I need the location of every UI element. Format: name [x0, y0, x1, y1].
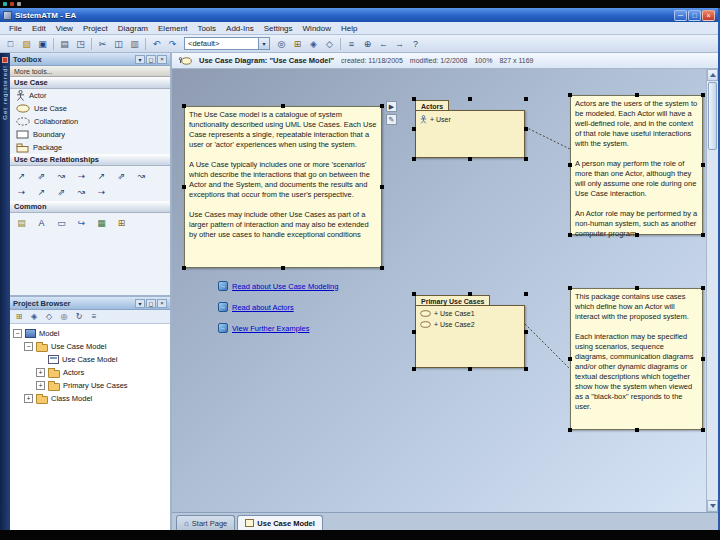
- selection-handle[interactable]: [701, 286, 705, 290]
- more-tools-button[interactable]: More tools...: [10, 66, 170, 77]
- trial-banner[interactable]: Get registered!: [0, 53, 10, 530]
- selection-handle[interactable]: [182, 266, 186, 270]
- selection-handle[interactable]: [635, 286, 639, 290]
- generalize-icon[interactable]: [52, 168, 71, 183]
- menu-item-element[interactable]: Element: [153, 24, 192, 33]
- back-icon[interactable]: [376, 36, 391, 51]
- package-element-primary-use-cases[interactable]: Primary Use Cases + Use Case1 + Use Case…: [415, 295, 525, 368]
- collapse-icon[interactable]: [24, 342, 33, 351]
- tree-item-model[interactable]: Model: [10, 327, 170, 340]
- selection-handle[interactable]: [281, 266, 285, 270]
- pin-icon[interactable]: [146, 55, 156, 64]
- text-icon[interactable]: [32, 215, 51, 230]
- image-icon[interactable]: [92, 215, 111, 230]
- selection-handle[interactable]: [412, 367, 416, 371]
- new-element-icon[interactable]: [322, 36, 337, 51]
- selection-handle[interactable]: [635, 233, 639, 237]
- invokes-icon[interactable]: [132, 168, 151, 183]
- menu-item-project[interactable]: Project: [78, 24, 113, 33]
- hyperlink-icon[interactable]: [72, 215, 91, 230]
- selection-handle[interactable]: [635, 93, 639, 97]
- scroll-down-button[interactable]: [707, 500, 718, 512]
- tab-use-case-model[interactable]: Use Case Model: [237, 515, 323, 530]
- print-icon[interactable]: [57, 36, 72, 51]
- selection-handle[interactable]: [412, 127, 416, 131]
- pin-icon[interactable]: [146, 299, 156, 308]
- save-icon[interactable]: [35, 36, 50, 51]
- note-icon[interactable]: [12, 215, 31, 230]
- tree-item-use-case-model-package[interactable]: Use Case Model: [10, 340, 170, 353]
- selection-handle[interactable]: [568, 163, 572, 167]
- selection-handle[interactable]: [701, 357, 705, 361]
- menu-item-edit[interactable]: Edit: [27, 24, 51, 33]
- tree-item-actors[interactable]: Actors: [10, 366, 170, 379]
- selection-handle[interactable]: [524, 97, 528, 101]
- selection-handle[interactable]: [412, 330, 416, 334]
- new-element-icon[interactable]: [42, 310, 56, 323]
- selection-handle[interactable]: [635, 428, 639, 432]
- toolbox-group-use-case[interactable]: Use Case: [10, 77, 170, 89]
- menu-item-settings[interactable]: Settings: [259, 24, 298, 33]
- selection-handle[interactable]: [468, 157, 472, 161]
- note-element-use-case-overview[interactable]: The Use Case model is a catalogue of sys…: [184, 106, 382, 268]
- selection-handle[interactable]: [182, 104, 186, 108]
- toolbox-item-actor[interactable]: Actor: [10, 89, 170, 102]
- selection-handle[interactable]: [468, 97, 472, 101]
- toolbox-item-boundary[interactable]: Boundary: [10, 128, 170, 141]
- print-preview-icon[interactable]: [73, 36, 88, 51]
- menu-item-view[interactable]: View: [51, 24, 78, 33]
- selection-handle[interactable]: [380, 185, 384, 189]
- cut-icon[interactable]: [95, 36, 110, 51]
- note-element-actors[interactable]: Actors are the users of the system to be…: [570, 95, 703, 235]
- menu-item-add-ins[interactable]: Add-Ins: [221, 24, 259, 33]
- associate-icon[interactable]: [32, 168, 51, 183]
- document-icon[interactable]: [52, 215, 71, 230]
- scrollbar-track[interactable]: [707, 81, 718, 500]
- chevron-down-icon[interactable]: [258, 38, 269, 49]
- properties-icon[interactable]: [87, 310, 101, 323]
- project-browser-header[interactable]: Project Browser: [10, 297, 170, 310]
- selection-handle[interactable]: [412, 157, 416, 161]
- selection-handle[interactable]: [568, 93, 572, 97]
- selection-handle[interactable]: [524, 127, 528, 131]
- hyperlink-view-further-examples[interactable]: View Further Examples: [218, 323, 309, 333]
- expand-icon[interactable]: [36, 381, 45, 390]
- selection-handle[interactable]: [568, 233, 572, 237]
- toolbox-item-collaboration[interactable]: Collaboration: [10, 115, 170, 128]
- selection-handle[interactable]: [701, 233, 705, 237]
- zoom-icon[interactable]: [360, 36, 375, 51]
- chevron-down-icon[interactable]: [135, 299, 145, 308]
- selection-handle[interactable]: [568, 357, 572, 361]
- profile-dropdown[interactable]: <default>: [184, 37, 270, 50]
- package-content-use-case2[interactable]: + Use Case2: [420, 321, 520, 328]
- paste-icon[interactable]: [127, 36, 142, 51]
- find-icon[interactable]: [57, 310, 71, 323]
- forward-icon[interactable]: [392, 36, 407, 51]
- help-icon[interactable]: [408, 36, 423, 51]
- precedes-icon[interactable]: [12, 184, 31, 199]
- aggregation-icon[interactable]: [72, 184, 91, 199]
- toolbox-group-relationships[interactable]: Use Case Relationships: [10, 154, 170, 166]
- toolbox-group-common[interactable]: Common: [10, 201, 170, 213]
- include-icon[interactable]: [72, 168, 91, 183]
- hyperlink-read-use-case-modeling[interactable]: Read about Use Case Modeling: [218, 281, 338, 291]
- toolbox-item-package[interactable]: Package: [10, 141, 170, 154]
- selection-handle[interactable]: [568, 286, 572, 290]
- close-button[interactable]: [702, 10, 715, 21]
- note-link-icon[interactable]: [92, 184, 111, 199]
- properties-icon[interactable]: [344, 36, 359, 51]
- scroll-up-button[interactable]: [707, 69, 718, 81]
- selection-handle[interactable]: [568, 428, 572, 432]
- selection-handle[interactable]: [412, 292, 416, 296]
- close-icon[interactable]: [157, 55, 167, 64]
- selection-handle[interactable]: [701, 163, 705, 167]
- new-package-icon[interactable]: [290, 36, 305, 51]
- canvas-vertical-scrollbar[interactable]: [706, 69, 718, 512]
- selection-handle[interactable]: [281, 104, 285, 108]
- selection-handle[interactable]: [524, 367, 528, 371]
- expand-icon[interactable]: [24, 394, 33, 403]
- selection-handle[interactable]: [468, 367, 472, 371]
- extend-icon[interactable]: [92, 168, 111, 183]
- open-icon[interactable]: [19, 36, 34, 51]
- menu-item-file[interactable]: File: [4, 24, 27, 33]
